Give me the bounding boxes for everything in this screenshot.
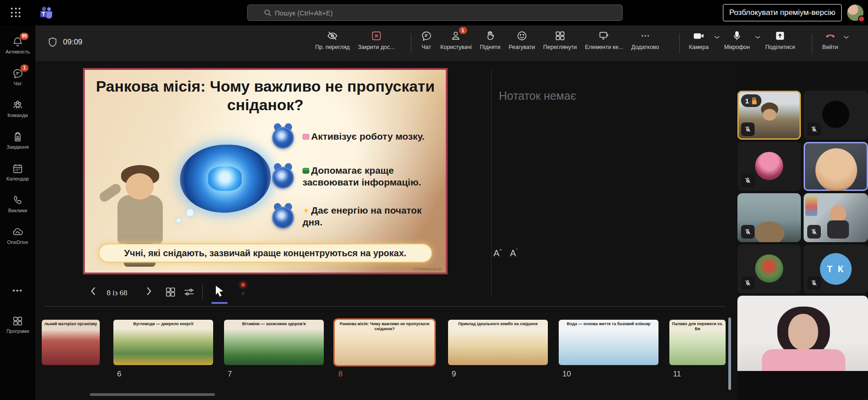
slide-thumbnail-8-selected[interactable]: Ранкова місія: Чому важливо не пропускат…: [335, 320, 434, 365]
grid-view-button[interactable]: [165, 287, 176, 299]
sidebar-item-assignments[interactable]: Завдання: [0, 126, 35, 154]
teams-logo-icon: [39, 5, 54, 20]
teams-app-window: Пошук (Ctrl+Alt+E) Розблокувати преміум-…: [0, 0, 868, 400]
lightning-icon: [302, 208, 309, 214]
sidebar-item-chat[interactable]: 1 Чат: [0, 63, 35, 91]
raise-hand-icon: [484, 30, 496, 42]
close-share-icon: [371, 30, 382, 42]
participant-video-top-of-head[interactable]: [737, 193, 801, 242]
bell-icon: 99: [12, 36, 24, 48]
mic-off-icon: [807, 276, 821, 290]
participant-avatar-photo[interactable]: [737, 244, 801, 293]
initials-avatar: Т К: [820, 253, 852, 285]
leave-button[interactable]: Вийти: [818, 29, 842, 51]
search-input[interactable]: Пошук (Ctrl+Alt+E): [247, 5, 623, 21]
previous-slide-button[interactable]: [90, 286, 97, 298]
device-controls-group: Камера Мікрофон: [685, 29, 799, 51]
notes-panel-divider: [491, 68, 492, 297]
participant-video-boy-desk[interactable]: [804, 193, 868, 242]
raise-hand-button[interactable]: Підняти: [476, 29, 504, 51]
slide-title: Ранкова місія: Чому важливо не пропускат…: [94, 77, 437, 115]
participant-initials-tile[interactable]: Т К: [804, 244, 868, 293]
app-launcher-icon[interactable]: [11, 8, 21, 18]
microphone-icon: [731, 30, 743, 42]
brain-thought-cloud-illustration: [180, 145, 271, 213]
avatar: [822, 101, 849, 128]
slide-bullet: Допомагає краще засвоювати інформацію.: [270, 163, 442, 190]
slide-controls: 8 із 68: [35, 280, 489, 307]
slide-thumbnail-6[interactable]: Вуглеводи — джерело енергії: [113, 320, 213, 365]
participant-avatar-anime[interactable]: [737, 142, 801, 191]
toolbar-divider: [679, 34, 680, 54]
share-button[interactable]: Поділитися: [761, 29, 799, 51]
selected-tool-indicator: [211, 302, 228, 304]
participant-avatar-dark[interactable]: [804, 91, 868, 140]
next-slide-button[interactable]: [145, 286, 152, 298]
filmstrip-vertical-scrollbar[interactable]: [728, 317, 731, 390]
chat-button[interactable]: Чат: [416, 29, 436, 51]
slide-bullets: Активізує роботу мозку. Допомагає краще …: [270, 123, 442, 229]
view-button[interactable]: Переглянути: [539, 29, 581, 51]
current-slide[interactable]: Ранкова місія: Чому важливо не пропускат…: [83, 68, 448, 274]
participants-button[interactable]: 1 Користувачі: [436, 29, 476, 51]
sidebar-item-calendar[interactable]: Календар: [0, 158, 35, 186]
sidebar-item-apps[interactable]: Програми: [0, 310, 35, 338]
cursor-tool-button[interactable]: [213, 285, 225, 299]
slide-bullet: Дає енергію на початок дня.: [270, 203, 442, 229]
notes-font-size-controls: A^ Aˇ: [493, 248, 518, 259]
microphone-chevron-icon[interactable]: [755, 33, 761, 41]
sparkle-monitor-icon: [598, 30, 610, 42]
font-decrease-button[interactable]: Aˇ: [510, 248, 518, 259]
raised-hand-badge: 1: [741, 94, 761, 107]
chat-badge: 1: [20, 64, 29, 72]
camera-chevron-icon[interactable]: [714, 33, 720, 41]
mic-off-icon: [741, 174, 755, 187]
person-icon: 1: [450, 30, 462, 42]
raised-hand-icon: [751, 97, 757, 104]
user-avatar[interactable]: [847, 5, 863, 21]
meeting-apps-button[interactable]: Елементи ке...: [581, 29, 627, 51]
participant-video-presenter[interactable]: [737, 296, 868, 400]
slide-thumbnail-10[interactable]: Вода — основа життя та базовий еліксир: [559, 320, 658, 365]
participant-video-speaking[interactable]: [804, 142, 868, 191]
meeting-actions-group: Чат 1 Користувачі Підняти: [416, 29, 663, 51]
sidebar-item-calls[interactable]: Виклики: [0, 190, 35, 218]
smiley-icon: [516, 30, 528, 42]
filmstrip-horizontal-scrollbar[interactable]: [90, 393, 215, 396]
stop-sharing-button[interactable]: Закрити дос...: [354, 29, 399, 51]
presentation-stage: Ранкова місія: Чому важливо не пропускат…: [35, 61, 736, 400]
view-grid-icon: [554, 30, 566, 42]
slide-thumbnail-9[interactable]: Приклад ідеального комбо на сніданок: [448, 320, 548, 365]
leave-chevron-icon[interactable]: [843, 33, 849, 41]
alarm-clock-icon: [270, 123, 296, 150]
notebooklm-watermark: AI NotebookLM: [413, 267, 441, 271]
mic-off-icon: [741, 122, 755, 136]
filmstrip-separator: [44, 306, 726, 307]
chat-bubble-icon: [420, 30, 432, 42]
camera-button[interactable]: Камера: [685, 29, 713, 51]
controls-divider: [202, 284, 203, 299]
more-actions-button[interactable]: Додатково: [627, 29, 663, 51]
participants-badge: 1: [459, 27, 467, 34]
participant-video-raised-hand[interactable]: 1: [737, 91, 801, 140]
font-increase-button[interactable]: A^: [493, 248, 502, 259]
avatar: [755, 254, 783, 283]
top-bar: Пошук (Ctrl+Alt+E) Розблокувати преміум-…: [0, 0, 868, 25]
alarm-clock-icon: [270, 163, 296, 190]
react-button[interactable]: Реагувати: [504, 29, 539, 51]
microphone-button[interactable]: Мікрофон: [720, 29, 754, 51]
slide-banner: Учні, які снідають, зазвичай краще конце…: [98, 244, 432, 263]
slide-thumbnail-11[interactable]: Паливо для перемоги vs. Ви: [669, 320, 726, 365]
slide-thumbnail-5[interactable]: льний матеріал організму: [42, 320, 100, 365]
eye-off-icon: [327, 30, 338, 42]
sidebar-item-teams[interactable]: Команди: [0, 94, 35, 122]
sidebar-more-button[interactable]: •••: [0, 287, 35, 295]
leave-group: Вийти: [818, 29, 849, 51]
slide-bullet: Активізує роботу мозку.: [270, 123, 442, 150]
slide-settings-button[interactable]: [183, 287, 195, 299]
sidebar-item-activity[interactable]: 99 Активність: [0, 31, 35, 59]
slide-thumbnail-7[interactable]: Вітаміни — захисники здоров'я: [224, 320, 324, 365]
presenter-view-button[interactable]: Пр. перегляд: [311, 29, 354, 51]
sidebar-item-onedrive[interactable]: OneDrive: [0, 221, 35, 249]
unlock-premium-button[interactable]: Розблокувати преміум-версію: [723, 4, 842, 21]
